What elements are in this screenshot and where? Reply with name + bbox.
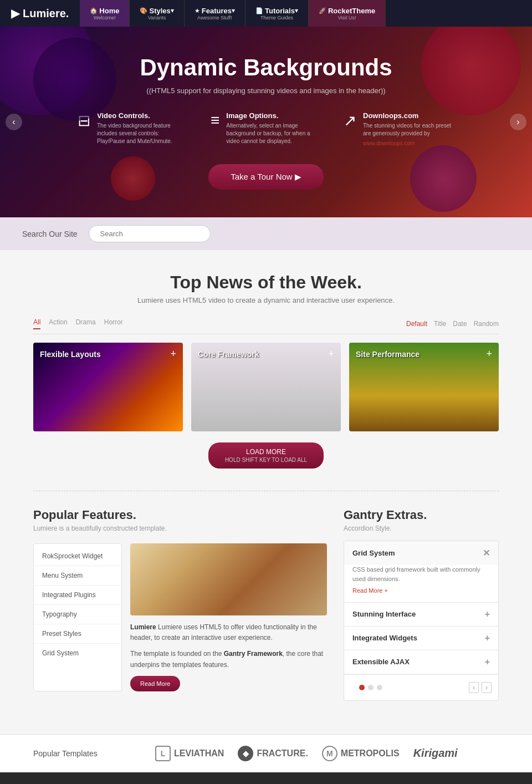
card-plus-1[interactable]: + — [170, 348, 176, 360]
template-kirigami[interactable]: Kirigami — [413, 747, 458, 760]
accordion-header-grid[interactable]: Grid System ✕ — [344, 541, 498, 565]
nav-styles-label: Styles — [149, 7, 170, 15]
card-plus-2[interactable]: + — [328, 348, 334, 360]
card-title-2: Core Framework — [198, 350, 259, 359]
col-right: Gantry Extras. Accordion Style. Grid Sys… — [344, 508, 499, 701]
nav-rockettheme-sub: Visit Us! — [338, 15, 356, 21]
nav-item-features[interactable]: ★ Features ▾ Awesome Stuff! — [185, 0, 245, 27]
accordion: Grid System ✕ CSS based grid framework b… — [344, 541, 499, 701]
nav-item-home[interactable]: 🏠 Home Welcome! — [80, 0, 130, 27]
bubble-5 — [111, 156, 155, 201]
feature-item-preset[interactable]: Preset Styles — [34, 624, 121, 644]
nav-item-tutorials[interactable]: 📄 Tutorials ▾ Theme Guides — [245, 0, 309, 27]
card-plus-3[interactable]: + — [486, 348, 492, 360]
feature-item-menu[interactable]: Menu System — [34, 566, 121, 586]
dot-2[interactable] — [368, 685, 374, 690]
accordion-header-interface[interactable]: Stunning Interface + — [344, 603, 498, 626]
sort-random[interactable]: Random — [474, 320, 499, 328]
load-more-wrap: LOAD MORE HOLD SHIFT KEY TO LOAD ALL — [33, 442, 499, 469]
feature-body-1: Lumiere Lumiere uses HTML5 to offer vide… — [130, 622, 327, 643]
features-container: RokSprocket Widget Menu System Integrate… — [33, 543, 327, 691]
logo-text: Lumiere. — [23, 7, 69, 20]
bubble-2 — [33, 38, 116, 121]
news-subtitle: Lumiere uses HTML5 video to create a dyn… — [33, 296, 499, 304]
accordion-plus-interface: + — [485, 609, 490, 619]
feature-item-grid[interactable]: Grid System — [34, 644, 121, 663]
search-input[interactable] — [89, 225, 211, 242]
templates-bar: Popular Templates L LEVIATHAN ◆ FRACTURE… — [0, 734, 532, 772]
footer: ▶ Lumiere. ▲ Guides Addons Menu Presets … — [0, 772, 532, 785]
logo-icon: ▶ — [11, 7, 19, 20]
popular-features-desc: Lumiere is a beautifully constructed tem… — [33, 525, 327, 532]
accordion-header-ajax[interactable]: Extensible AJAX + — [344, 650, 498, 674]
card-site-performance[interactable]: Site Performance + — [349, 343, 499, 431]
dot-1[interactable] — [359, 685, 365, 690]
accordion-item-grid: Grid System ✕ CSS based grid framework b… — [344, 541, 498, 603]
navigation: ▶ Lumiere. 🏠 Home Welcome! 🎨 Styles ▾ Va… — [0, 0, 532, 27]
nav-features-sub: Awesome Stuff! — [197, 15, 232, 21]
template-metropolis[interactable]: M METROPOLIS — [322, 746, 400, 761]
popular-features-title: Popular Features. — [33, 508, 327, 522]
nav-items: 🏠 Home Welcome! 🎨 Styles ▾ Variants ★ Fe… — [80, 0, 532, 27]
nav-item-styles[interactable]: 🎨 Styles ▾ Variants — [130, 0, 184, 27]
accordion-label-ajax: Extensible AJAX — [352, 658, 410, 666]
sort-title[interactable]: Title — [434, 320, 446, 328]
hero-next-button[interactable]: › — [510, 114, 526, 130]
dots-nav — [351, 679, 391, 696]
nav-tutorials-label: Tutorials — [265, 7, 295, 15]
nav-tutorials-sub: Theme Guides — [260, 15, 293, 21]
sort-default[interactable]: Default — [406, 320, 427, 328]
accordion-prev-button[interactable]: ‹ — [469, 682, 479, 693]
load-more-button[interactable]: LOAD MORE HOLD SHIFT KEY TO LOAD ALL — [208, 442, 324, 469]
hero-prev-button[interactable]: ‹ — [6, 114, 22, 130]
load-more-label: LOAD MORE — [246, 448, 286, 456]
feature-item-plugins[interactable]: Integrated Plugins — [34, 586, 121, 605]
filter-right: Default Title Date Random — [406, 320, 499, 328]
accordion-item-interface: Stunning Interface + — [344, 603, 498, 627]
nav-home-sub: Welcome! — [94, 15, 116, 21]
rockettheme-icon: 🚀 — [319, 7, 326, 14]
home-icon: 🏠 — [90, 7, 98, 14]
card-flexible-layouts[interactable]: Flexible Layouts + — [33, 343, 183, 431]
nav-home-label: Home — [99, 7, 119, 15]
dot-3[interactable] — [377, 685, 382, 690]
filter-drama[interactable]: Drama — [76, 318, 96, 329]
read-more-button[interactable]: Read More — [130, 676, 180, 691]
filter-horror[interactable]: Horror — [104, 318, 123, 329]
accordion-close-icon: ✕ — [483, 548, 490, 558]
feature-text: Lumiere Lumiere uses HTML5 to offer vide… — [130, 615, 327, 691]
metropolis-label: METROPOLIS — [341, 749, 400, 758]
bubble-4 — [410, 145, 477, 212]
card-core-framework[interactable]: Core Framework + — [191, 343, 341, 431]
fracture-label: FRACTURE. — [257, 749, 308, 758]
nav-styles-sub: Variants — [148, 15, 166, 21]
metropolis-icon: M — [322, 746, 337, 761]
filter-bar: All Action Drama Horror Default Title Da… — [33, 318, 499, 334]
filter-action[interactable]: Action — [49, 318, 67, 329]
templates-label: Popular Templates — [33, 749, 98, 758]
accordion-next-button[interactable]: › — [482, 682, 492, 693]
accordion-label-grid: Grid System — [352, 549, 395, 557]
nav-item-rockettheme[interactable]: 🚀 RocketTheme Visit Us! — [309, 0, 386, 27]
feature-list: RokSprocket Widget Menu System Integrate… — [33, 543, 122, 691]
tutorials-icon: 📄 — [255, 7, 263, 14]
site-logo[interactable]: ▶ Lumiere. — [0, 7, 80, 20]
accordion-content-grid: CSS based grid framework built with comm… — [344, 565, 498, 602]
cards-grid: Flexible Layouts + Core Framework + Site… — [33, 343, 499, 431]
hero-bubbles — [0, 27, 532, 217]
template-leviathan[interactable]: L LEVIATHAN — [155, 746, 224, 761]
feature-image-section: Lumiere Lumiere uses HTML5 to offer vide… — [130, 543, 327, 691]
accordion-plus-ajax: + — [485, 657, 490, 667]
col-left: Popular Features. Lumiere is a beautiful… — [33, 508, 327, 701]
accordion-header-widgets[interactable]: Integrated Widgets + — [344, 627, 498, 650]
accordion-readmore-grid[interactable]: Read More + — [352, 586, 490, 595]
nav-features-label: Features — [202, 7, 232, 15]
feature-item-roksprocket[interactable]: RokSprocket Widget — [34, 547, 121, 566]
sort-date[interactable]: Date — [453, 320, 467, 328]
card-overlay-3: Site Performance + — [349, 343, 499, 365]
filter-all[interactable]: All — [33, 318, 40, 329]
feature-item-typography[interactable]: Typography — [34, 605, 121, 624]
accordion-nav: ‹ › — [344, 674, 498, 700]
template-fracture[interactable]: ◆ FRACTURE. — [238, 746, 308, 761]
fracture-icon: ◆ — [238, 746, 253, 761]
